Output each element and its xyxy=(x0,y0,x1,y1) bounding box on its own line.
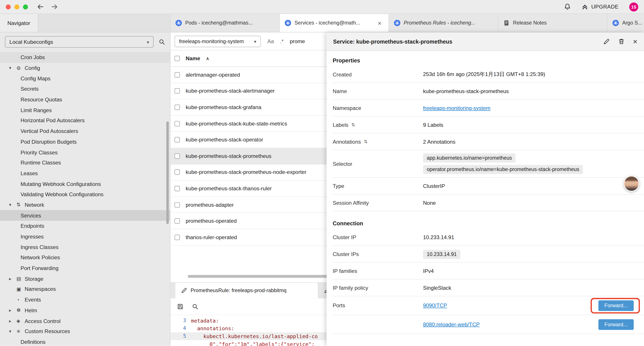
sidebar-item[interactable]: Custom Resources xyxy=(0,326,170,337)
sidebar-item[interactable]: Network Policies xyxy=(0,252,170,263)
port-link-8080[interactable]: 8080:reloader-web/TCP xyxy=(423,321,480,327)
edit-pencil-icon[interactable] xyxy=(603,38,610,45)
chevron-icon[interactable] xyxy=(9,308,16,313)
expand-annotations-icon[interactable] xyxy=(364,139,368,144)
chevron-icon[interactable] xyxy=(9,329,16,334)
search-query[interactable]: prome xyxy=(290,38,305,44)
sidebar-item[interactable]: Cron Jobs xyxy=(0,52,170,63)
sidebar-item-label: Priority Classes xyxy=(20,149,58,155)
chevron-icon[interactable] xyxy=(9,318,16,324)
notification-count-badge[interactable]: 15 xyxy=(629,2,638,11)
sidebar-item[interactable]: Access Control xyxy=(0,316,170,326)
editor-tab[interactable]: Argo S... xyxy=(608,14,644,32)
service-name: kube-prometheus-stack-grafana xyxy=(186,104,261,110)
sidebar-item[interactable]: Limit Ranges xyxy=(0,105,170,115)
zoom-window-button[interactable] xyxy=(23,4,28,9)
sidebar-item[interactable]: Resource Quotas xyxy=(0,94,170,105)
match-case-toggle[interactable]: Aa xyxy=(268,38,274,44)
sidebar-item[interactable]: Config Maps xyxy=(0,73,170,84)
item-icon xyxy=(16,276,24,282)
editor-tab[interactable]: Prometheus Rules - icecheng... xyxy=(389,14,498,32)
sidebar-item[interactable]: Priority Classes xyxy=(0,147,170,157)
created-row: Created 253d 16h 6m ago (2025年1月13日 GMT+… xyxy=(333,66,644,83)
sidebar-item[interactable]: Config xyxy=(0,63,170,73)
sidebar-item[interactable]: Storage xyxy=(0,274,170,284)
sidebar-item[interactable]: Vertical Pod Autoscalers xyxy=(0,126,170,136)
sidebar-item[interactable]: Leases xyxy=(0,168,170,178)
kubeconfig-selector[interactable]: Local Kubeconfigs xyxy=(5,36,154,47)
namespace-link[interactable]: freeleaps-monitoring-system xyxy=(423,105,490,111)
dock-tab-label: PrometheusRule: freeleaps-prod-rabbitmq xyxy=(190,288,286,293)
back-arrow-icon[interactable] xyxy=(37,3,44,10)
row-checkbox[interactable] xyxy=(174,202,180,207)
row-checkbox[interactable] xyxy=(174,88,180,94)
service-name: kube-prometheus-stack-kube-state-metrics xyxy=(186,120,287,127)
editor-tab[interactable]: Pods - icecheng@mathmas... xyxy=(170,14,280,32)
sidebar-search-icon[interactable] xyxy=(158,38,165,45)
chevron-icon[interactable] xyxy=(9,65,16,70)
row-checkbox[interactable] xyxy=(174,137,180,142)
sidebar-item[interactable]: Mutating Webhook Configurations xyxy=(0,179,170,189)
row-checkbox[interactable] xyxy=(174,186,180,191)
chevron-icon[interactable] xyxy=(9,276,16,281)
dock-tab-prometheusrule[interactable]: PrometheusRule: freeleaps-prod-rabbitmq xyxy=(175,283,318,298)
notifications-bell-icon[interactable] xyxy=(564,3,571,10)
row-checkbox[interactable] xyxy=(174,105,180,110)
sidebar-item[interactable]: Port Forwarding xyxy=(0,263,170,274)
close-drawer-icon[interactable] xyxy=(633,37,638,45)
select-all-checkbox[interactable] xyxy=(174,56,180,61)
tab-close-icon[interactable] xyxy=(378,20,384,26)
row-checkbox[interactable] xyxy=(174,218,180,224)
sidebar-item[interactable]: Secrets xyxy=(0,84,170,94)
sidebar-item[interactable]: Validating Webhook Configurations xyxy=(0,189,170,200)
expand-labels-icon[interactable] xyxy=(351,122,355,127)
minimize-window-button[interactable] xyxy=(14,4,19,9)
sidebar-item[interactable]: Pod Disruption Budgets xyxy=(0,136,170,147)
port-link-9090[interactable]: 9090/TCP xyxy=(423,303,447,309)
sidebar-item[interactable]: Events xyxy=(0,295,170,305)
sidebar-item[interactable]: Helm xyxy=(0,305,170,316)
name-column-header[interactable]: Name xyxy=(186,55,200,61)
editor-search-icon[interactable] xyxy=(192,303,198,310)
ports-row: Ports 9090/TCP Forward... xyxy=(333,296,644,315)
sidebar-item[interactable]: Network xyxy=(0,200,170,210)
row-checkbox[interactable] xyxy=(174,235,180,240)
close-window-button[interactable] xyxy=(6,4,10,9)
editor-tab[interactable]: Release Notes xyxy=(498,14,608,32)
ip-family-policy-value: SingleStack xyxy=(423,285,640,291)
sidebar-item[interactable]: Definitions xyxy=(0,337,170,346)
save-icon[interactable] xyxy=(177,303,184,310)
selector-row: Selector app.kubernetes.io/name=promethe… xyxy=(333,150,644,178)
row-checkbox[interactable] xyxy=(174,170,180,175)
navigator-sidebar: Navigator Local Kubeconfigs Cron Jobs xyxy=(0,14,170,346)
service-name: kube-prometheus-stack-alertmanager xyxy=(186,88,275,94)
sidebar-item[interactable]: Services xyxy=(0,210,170,221)
namespace-label: Namespace xyxy=(333,105,423,111)
forward-button[interactable]: Forward... xyxy=(598,319,634,330)
sidebar-scrollbar[interactable] xyxy=(166,122,169,224)
editor-tab[interactable]: Services - icecheng@math... xyxy=(280,14,389,32)
forward-button[interactable]: Forward... xyxy=(598,300,634,311)
line-number xyxy=(170,340,191,346)
sidebar-item[interactable]: Ingresses xyxy=(0,231,170,242)
sidebar-item[interactable]: Runtime Classes xyxy=(0,157,170,168)
sidebar-item[interactable]: Namespaces xyxy=(0,284,170,295)
connection-heading: Connection xyxy=(333,220,644,226)
sidebar-item[interactable]: Ingress Classes xyxy=(0,242,170,252)
sidebar-item[interactable]: Horizontal Pod Autoscalers xyxy=(0,115,170,126)
user-avatar[interactable] xyxy=(624,176,640,192)
sidebar-item-label: Config Maps xyxy=(20,75,51,81)
regex-toggle[interactable]: .* xyxy=(280,38,284,44)
row-checkbox[interactable] xyxy=(174,121,180,126)
sidebar-item[interactable]: Endpoints xyxy=(0,221,170,231)
cluster-ips-label: Cluster IPs xyxy=(333,251,423,257)
row-checkbox[interactable] xyxy=(174,153,180,159)
chevron-icon[interactable] xyxy=(9,202,16,208)
forward-arrow-icon[interactable] xyxy=(51,3,58,10)
upgrade-button[interactable]: UPGRADE xyxy=(581,3,618,10)
row-checkbox[interactable] xyxy=(174,72,180,77)
type-label: Type xyxy=(333,183,423,189)
delete-trash-icon[interactable] xyxy=(618,38,625,45)
namespace-filter-select[interactable]: freeleaps-monitoring-system xyxy=(174,35,260,47)
sort-ascending-icon[interactable] xyxy=(206,56,209,61)
